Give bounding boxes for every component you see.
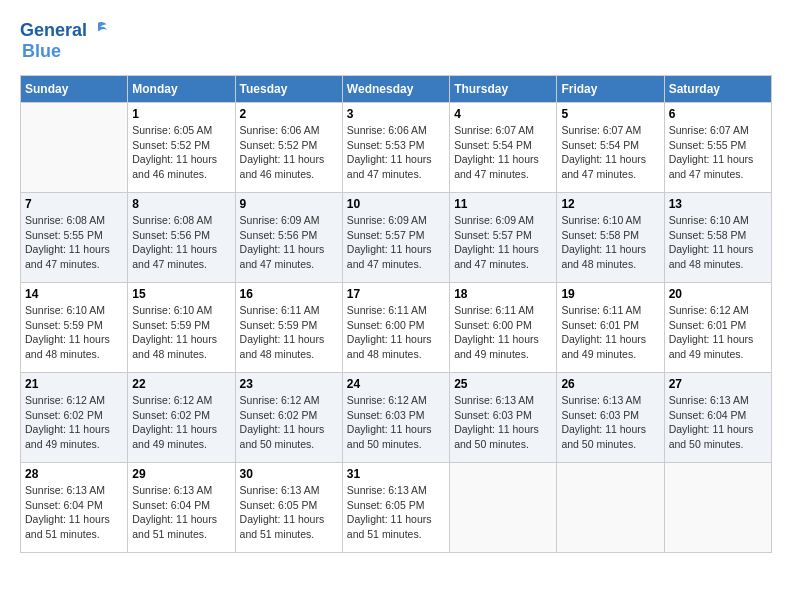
calendar-cell: 29Sunrise: 6:13 AMSunset: 6:04 PMDayligh… — [128, 463, 235, 553]
day-number: 22 — [132, 377, 230, 391]
calendar-cell: 16Sunrise: 6:11 AMSunset: 5:59 PMDayligh… — [235, 283, 342, 373]
day-number: 29 — [132, 467, 230, 481]
day-info: Sunrise: 6:11 AMSunset: 6:00 PMDaylight:… — [454, 303, 552, 362]
day-info: Sunrise: 6:13 AMSunset: 6:03 PMDaylight:… — [561, 393, 659, 452]
logo: General Blue — [20, 20, 109, 62]
day-number: 20 — [669, 287, 767, 301]
day-info: Sunrise: 6:09 AMSunset: 5:57 PMDaylight:… — [454, 213, 552, 272]
calendar-cell: 30Sunrise: 6:13 AMSunset: 6:05 PMDayligh… — [235, 463, 342, 553]
day-number: 1 — [132, 107, 230, 121]
calendar-cell: 18Sunrise: 6:11 AMSunset: 6:00 PMDayligh… — [450, 283, 557, 373]
day-number: 15 — [132, 287, 230, 301]
calendar-cell: 6Sunrise: 6:07 AMSunset: 5:55 PMDaylight… — [664, 103, 771, 193]
day-number: 9 — [240, 197, 338, 211]
day-number: 3 — [347, 107, 445, 121]
day-info: Sunrise: 6:07 AMSunset: 5:54 PMDaylight:… — [561, 123, 659, 182]
day-number: 10 — [347, 197, 445, 211]
day-number: 4 — [454, 107, 552, 121]
logo-bird-icon — [87, 21, 109, 41]
day-info: Sunrise: 6:11 AMSunset: 6:00 PMDaylight:… — [347, 303, 445, 362]
day-info: Sunrise: 6:10 AMSunset: 5:58 PMDaylight:… — [561, 213, 659, 272]
calendar-cell: 26Sunrise: 6:13 AMSunset: 6:03 PMDayligh… — [557, 373, 664, 463]
calendar-cell: 8Sunrise: 6:08 AMSunset: 5:56 PMDaylight… — [128, 193, 235, 283]
day-info: Sunrise: 6:06 AMSunset: 5:52 PMDaylight:… — [240, 123, 338, 182]
day-info: Sunrise: 6:06 AMSunset: 5:53 PMDaylight:… — [347, 123, 445, 182]
day-info: Sunrise: 6:12 AMSunset: 6:03 PMDaylight:… — [347, 393, 445, 452]
calendar-cell: 17Sunrise: 6:11 AMSunset: 6:00 PMDayligh… — [342, 283, 449, 373]
calendar-cell: 27Sunrise: 6:13 AMSunset: 6:04 PMDayligh… — [664, 373, 771, 463]
day-info: Sunrise: 6:08 AMSunset: 5:56 PMDaylight:… — [132, 213, 230, 272]
day-info: Sunrise: 6:12 AMSunset: 6:02 PMDaylight:… — [240, 393, 338, 452]
day-info: Sunrise: 6:09 AMSunset: 5:56 PMDaylight:… — [240, 213, 338, 272]
day-info: Sunrise: 6:07 AMSunset: 5:55 PMDaylight:… — [669, 123, 767, 182]
day-number: 13 — [669, 197, 767, 211]
day-info: Sunrise: 6:10 AMSunset: 5:59 PMDaylight:… — [25, 303, 123, 362]
calendar-cell: 14Sunrise: 6:10 AMSunset: 5:59 PMDayligh… — [21, 283, 128, 373]
day-number: 25 — [454, 377, 552, 391]
calendar-cell: 25Sunrise: 6:13 AMSunset: 6:03 PMDayligh… — [450, 373, 557, 463]
day-info: Sunrise: 6:13 AMSunset: 6:04 PMDaylight:… — [25, 483, 123, 542]
calendar-cell: 2Sunrise: 6:06 AMSunset: 5:52 PMDaylight… — [235, 103, 342, 193]
day-number: 23 — [240, 377, 338, 391]
page-header: General Blue — [20, 20, 772, 67]
day-number: 24 — [347, 377, 445, 391]
day-header-tuesday: Tuesday — [235, 76, 342, 103]
day-number: 8 — [132, 197, 230, 211]
calendar-cell: 12Sunrise: 6:10 AMSunset: 5:58 PMDayligh… — [557, 193, 664, 283]
day-info: Sunrise: 6:09 AMSunset: 5:57 PMDaylight:… — [347, 213, 445, 272]
day-info: Sunrise: 6:05 AMSunset: 5:52 PMDaylight:… — [132, 123, 230, 182]
day-number: 17 — [347, 287, 445, 301]
calendar-table: SundayMondayTuesdayWednesdayThursdayFrid… — [20, 75, 772, 553]
day-number: 16 — [240, 287, 338, 301]
calendar-cell: 23Sunrise: 6:12 AMSunset: 6:02 PMDayligh… — [235, 373, 342, 463]
day-info: Sunrise: 6:13 AMSunset: 6:04 PMDaylight:… — [669, 393, 767, 452]
calendar-cell: 21Sunrise: 6:12 AMSunset: 6:02 PMDayligh… — [21, 373, 128, 463]
calendar-cell: 19Sunrise: 6:11 AMSunset: 6:01 PMDayligh… — [557, 283, 664, 373]
day-number: 6 — [669, 107, 767, 121]
day-info: Sunrise: 6:11 AMSunset: 6:01 PMDaylight:… — [561, 303, 659, 362]
day-header-friday: Friday — [557, 76, 664, 103]
day-info: Sunrise: 6:08 AMSunset: 5:55 PMDaylight:… — [25, 213, 123, 272]
day-number: 28 — [25, 467, 123, 481]
day-number: 27 — [669, 377, 767, 391]
day-info: Sunrise: 6:10 AMSunset: 5:59 PMDaylight:… — [132, 303, 230, 362]
day-number: 11 — [454, 197, 552, 211]
day-info: Sunrise: 6:13 AMSunset: 6:05 PMDaylight:… — [347, 483, 445, 542]
day-number: 18 — [454, 287, 552, 301]
calendar-cell: 13Sunrise: 6:10 AMSunset: 5:58 PMDayligh… — [664, 193, 771, 283]
calendar-cell: 20Sunrise: 6:12 AMSunset: 6:01 PMDayligh… — [664, 283, 771, 373]
calendar-cell — [450, 463, 557, 553]
calendar-cell: 22Sunrise: 6:12 AMSunset: 6:02 PMDayligh… — [128, 373, 235, 463]
day-info: Sunrise: 6:12 AMSunset: 6:02 PMDaylight:… — [132, 393, 230, 452]
day-number: 7 — [25, 197, 123, 211]
calendar-cell: 10Sunrise: 6:09 AMSunset: 5:57 PMDayligh… — [342, 193, 449, 283]
calendar-cell — [557, 463, 664, 553]
calendar-cell: 5Sunrise: 6:07 AMSunset: 5:54 PMDaylight… — [557, 103, 664, 193]
calendar-cell: 11Sunrise: 6:09 AMSunset: 5:57 PMDayligh… — [450, 193, 557, 283]
day-number: 12 — [561, 197, 659, 211]
day-info: Sunrise: 6:13 AMSunset: 6:05 PMDaylight:… — [240, 483, 338, 542]
calendar-cell: 28Sunrise: 6:13 AMSunset: 6:04 PMDayligh… — [21, 463, 128, 553]
calendar-cell: 7Sunrise: 6:08 AMSunset: 5:55 PMDaylight… — [21, 193, 128, 283]
day-info: Sunrise: 6:07 AMSunset: 5:54 PMDaylight:… — [454, 123, 552, 182]
day-number: 2 — [240, 107, 338, 121]
calendar-cell: 9Sunrise: 6:09 AMSunset: 5:56 PMDaylight… — [235, 193, 342, 283]
day-number: 14 — [25, 287, 123, 301]
calendar-cell — [664, 463, 771, 553]
day-number: 5 — [561, 107, 659, 121]
calendar-cell: 15Sunrise: 6:10 AMSunset: 5:59 PMDayligh… — [128, 283, 235, 373]
day-number: 30 — [240, 467, 338, 481]
day-header-monday: Monday — [128, 76, 235, 103]
day-info: Sunrise: 6:11 AMSunset: 5:59 PMDaylight:… — [240, 303, 338, 362]
day-header-saturday: Saturday — [664, 76, 771, 103]
day-number: 21 — [25, 377, 123, 391]
day-header-thursday: Thursday — [450, 76, 557, 103]
logo-text: General Blue — [20, 20, 109, 62]
calendar-cell: 4Sunrise: 6:07 AMSunset: 5:54 PMDaylight… — [450, 103, 557, 193]
calendar-cell — [21, 103, 128, 193]
day-info: Sunrise: 6:13 AMSunset: 6:04 PMDaylight:… — [132, 483, 230, 542]
day-header-sunday: Sunday — [21, 76, 128, 103]
day-info: Sunrise: 6:12 AMSunset: 6:01 PMDaylight:… — [669, 303, 767, 362]
day-number: 31 — [347, 467, 445, 481]
calendar-cell: 24Sunrise: 6:12 AMSunset: 6:03 PMDayligh… — [342, 373, 449, 463]
